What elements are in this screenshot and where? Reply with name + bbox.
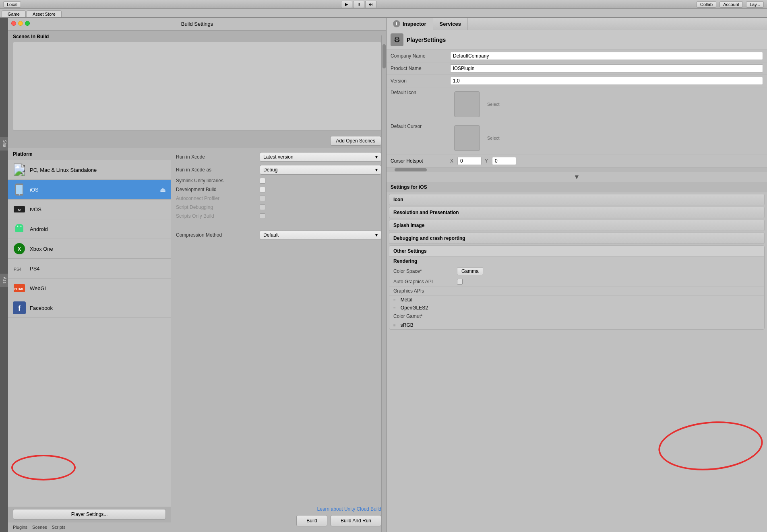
platform-label-android: Android xyxy=(30,226,48,232)
spacer xyxy=(176,222,381,230)
svg-point-13 xyxy=(21,226,22,227)
build-and-run-button[interactable]: Build And Run xyxy=(331,515,381,526)
platform-panel: Platform PC, Mac & Linux Standalone xyxy=(8,148,171,532)
inspector-icon: ℹ xyxy=(393,20,400,27)
build-button[interactable]: Build xyxy=(296,515,327,526)
scripts-tab[interactable]: Scripts xyxy=(52,525,66,530)
platform-title: Platform xyxy=(8,148,171,160)
script-debug-label: Script Debugging xyxy=(176,204,256,210)
splash-section-header[interactable]: Splash Image xyxy=(389,220,765,231)
icon-section-header[interactable]: Icon xyxy=(389,194,765,205)
symlink-checkbox[interactable] xyxy=(260,178,265,184)
auto-graphics-checkbox[interactable] xyxy=(457,279,463,285)
cursor-hotspot-label: Cursor Hotspot xyxy=(391,158,447,164)
dev-build-checkbox[interactable] xyxy=(260,187,265,192)
platform-icon-webgl: HTML xyxy=(13,282,26,295)
product-name-input[interactable] xyxy=(450,64,763,72)
account-button[interactable]: Account xyxy=(719,1,743,8)
platform-item-tvos[interactable]: tv tvOS xyxy=(8,200,171,219)
platform-item-ios[interactable]: iOS ⏏ xyxy=(8,180,171,200)
tab-game[interactable]: Game xyxy=(2,10,26,17)
inspector-body: ⚙ PlayerSettings Company Name Product Na… xyxy=(387,30,767,532)
pause-button[interactable]: ⏸ xyxy=(353,1,364,8)
tab-asset-store[interactable]: Asset Store xyxy=(27,10,62,17)
inspector-hscroll[interactable] xyxy=(387,167,767,172)
gear-icon: ⚙ xyxy=(391,33,403,46)
platform-item-pc[interactable]: PC, Mac & Linux Standalone xyxy=(8,160,171,180)
tab-bar: Game Asset Store xyxy=(0,9,767,18)
maximize-dot[interactable] xyxy=(25,21,30,26)
svg-text:tv: tv xyxy=(18,208,21,212)
player-settings-button[interactable]: Player Settings... xyxy=(13,509,166,520)
services-tab-label: Services xyxy=(440,21,461,27)
cursor-y-input[interactable] xyxy=(492,157,516,165)
compression-select[interactable]: Default ▾ xyxy=(260,230,381,240)
platform-icon-ps4: PS4 xyxy=(13,262,26,275)
platform-label-xbox: Xbox One xyxy=(30,246,53,252)
scripts-only-row: Scripts Only Build xyxy=(176,213,381,219)
svg-point-12 xyxy=(17,226,19,227)
version-label: Version xyxy=(391,78,447,84)
platform-icon-tvos: tv xyxy=(13,203,26,216)
select-icon-hint: Select xyxy=(487,102,500,107)
settings-for-ios-label: Settings for iOS xyxy=(391,184,427,190)
resolution-section-header[interactable]: Resolution and Presentation xyxy=(389,207,765,218)
default-icon-row: Default Icon Select xyxy=(387,87,767,121)
platform-label-ps4: PS4 xyxy=(30,266,40,272)
settings-for-ios-row: Settings for iOS xyxy=(387,182,767,192)
svg-text:HTML: HTML xyxy=(14,287,25,291)
platform-item-webgl[interactable]: HTML WebGL xyxy=(8,278,171,298)
scenes-tab[interactable]: Scenes xyxy=(32,525,47,530)
scroll-indicator: ▼ xyxy=(387,172,767,182)
run-in-xcode-label: Run in Xcode xyxy=(176,154,256,160)
debug-section-header[interactable]: Debugging and crash reporting xyxy=(389,233,765,244)
platform-item-ps4[interactable]: PS4 PS4 xyxy=(8,259,171,278)
ass-tab[interactable]: Ass xyxy=(0,274,8,287)
platform-item-xbox[interactable]: X Xbox One xyxy=(8,239,171,259)
svg-rect-11 xyxy=(15,231,23,232)
company-name-input[interactable] xyxy=(450,52,763,60)
hscroll-thumb[interactable] xyxy=(395,168,427,171)
add-open-scenes-button[interactable]: Add Open Scenes xyxy=(330,136,381,146)
play-button[interactable]: ▶ xyxy=(341,1,352,8)
scenes-section-title: Scenes In Build xyxy=(13,34,381,39)
default-cursor-placeholder[interactable] xyxy=(454,125,480,151)
auto-graphics-label: Auto Graphics API xyxy=(393,279,454,285)
play-controls: ▶ ⏸ ⏭ xyxy=(341,1,376,8)
default-icon-placeholder[interactable] xyxy=(454,91,480,117)
version-input[interactable] xyxy=(450,77,763,85)
sha-tab[interactable]: Sha xyxy=(0,137,8,151)
cursor-hotspot-row: Cursor Hotspot X Y xyxy=(387,155,767,167)
play-controls-area: ▶ ⏸ ⏭ xyxy=(24,1,693,8)
local-button[interactable]: Local xyxy=(3,1,21,8)
platform-item-facebook[interactable]: f Facebook xyxy=(8,298,171,318)
compression-label: Compression Method xyxy=(176,232,256,238)
inspector-tab[interactable]: ℹ Inspector xyxy=(387,18,433,30)
layer-button[interactable]: Lay... xyxy=(746,1,764,8)
build-scrollbar-thumb[interactable] xyxy=(382,44,386,68)
add-open-scenes-row: Add Open Scenes xyxy=(8,134,386,148)
step-button[interactable]: ⏭ xyxy=(365,1,376,8)
collab-button[interactable]: Collab xyxy=(697,1,716,8)
services-tab[interactable]: Services xyxy=(433,18,468,30)
scenes-box xyxy=(13,42,381,130)
platform-icon-android xyxy=(13,223,26,235)
build-settings-title: Build Settings xyxy=(8,18,386,31)
product-name-row: Product Name xyxy=(387,62,767,75)
build-options-panel: Run in Xcode Latest version ▾ Run in Xco… xyxy=(171,148,386,532)
build-scrollbar[interactable] xyxy=(381,35,386,532)
cursor-x-input[interactable] xyxy=(457,157,482,165)
run-in-xcode-select[interactable]: Latest version ▾ xyxy=(260,152,381,162)
spacer2 xyxy=(176,243,381,506)
scroll-arrow-icon: ▼ xyxy=(574,173,580,181)
run-in-xcode-as-select[interactable]: Debug ▾ xyxy=(260,165,381,175)
platform-item-android[interactable]: Android xyxy=(8,219,171,239)
color-space-button[interactable]: Gamma xyxy=(457,267,483,275)
plugins-tab[interactable]: Plugins xyxy=(13,525,27,530)
eject-icon: ⏏ xyxy=(160,186,166,194)
svg-text:PS4: PS4 xyxy=(14,267,21,272)
color-space-row: Color Space* Gamma xyxy=(389,266,764,277)
close-dot[interactable] xyxy=(11,21,16,26)
player-settings-header: ⚙ PlayerSettings xyxy=(387,30,767,50)
minimize-dot[interactable] xyxy=(18,21,23,26)
